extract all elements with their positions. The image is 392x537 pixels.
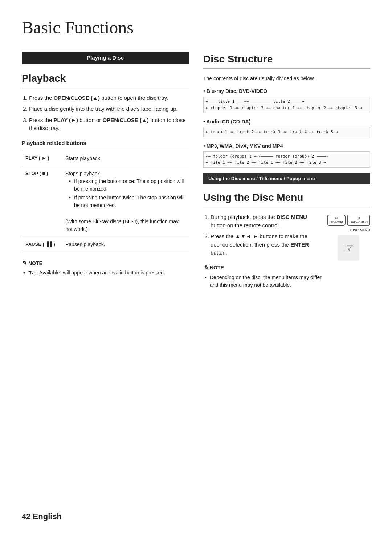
- table-row-stop: STOP ( ■ ) Stops playback. If pressing t…: [22, 166, 189, 237]
- page-language-label: English: [33, 512, 62, 521]
- table-row-pause: PAUSE ( ▐▐ ) Pauses playback.: [22, 237, 189, 252]
- note-item-1: "Not Available" will appear when an inva…: [22, 269, 189, 277]
- table-row-play: PLAY ( ► ) Starts playback.: [22, 151, 189, 166]
- playback-title: Playback: [22, 71, 189, 88]
- bluray-diagram: ←——— title 1 ———→←————————— title 2 ————…: [203, 97, 370, 113]
- dvd-video-label: DVD-VIDEO: [350, 220, 368, 224]
- disc-type-audiocd: Audio CD (CD-DA) ← track 1 →← track 2 →←…: [203, 118, 370, 137]
- disc-menu-title: Using the Disc Menu: [203, 190, 370, 207]
- step-1: Press the OPEN/CLOSE (▲) button to open …: [29, 94, 189, 102]
- disc-type-bluray-label: Blu-ray Disc, DVD-VIDEO: [203, 88, 370, 95]
- disc-type-mp3-label: MP3, WMA, DivX, MKV and MP4: [203, 142, 370, 150]
- disc-type-bluray: Blu-ray Disc, DVD-VIDEO ←——— title 1 ———…: [203, 88, 370, 113]
- note-title: ✎ NOTE: [22, 259, 189, 268]
- stop-value: Stops playback. If pressing the button o…: [62, 166, 189, 237]
- stop-note-3: (With some Blu-ray discs (BD-J), this fu…: [65, 219, 179, 232]
- hand-icon: ☞: [343, 238, 354, 258]
- right-column: Disc Structure The contents of disc are …: [203, 52, 370, 289]
- dvd-video-badge: ⊕ DVD-VIDEO: [347, 215, 370, 226]
- playing-disc-header: Playing a Disc: [22, 52, 189, 64]
- bluray-row-1: ←——— title 1 ———→←————————— title 2 ————…: [206, 98, 368, 105]
- disc-menu-steps: During playback, press the DISC MENU but…: [203, 213, 322, 257]
- page-number-value: 42: [22, 512, 30, 521]
- dvd-video-plus: ⊕: [350, 216, 368, 220]
- bd-rom-plus: ⊕: [330, 216, 343, 220]
- page-number: 42 English: [22, 510, 62, 522]
- pause-key: PAUSE ( ▐▐ ): [22, 237, 62, 252]
- disc-menu-icons: ⊕ BD-ROM ⊕ DVD-VIDEO DISC MENU ☞: [327, 215, 370, 260]
- play-key: PLAY ( ► ): [22, 151, 62, 166]
- disc-type-audiocd-label: Audio CD (CD-DA): [203, 118, 370, 126]
- disc-menu-header-bar: Using the Disc menu / Title menu / Popup…: [203, 173, 370, 184]
- disc-type-mp3: MP3, WMA, DivX, MKV and MP4 ←— folder (g…: [203, 142, 370, 168]
- stop-note-2: If pressing the button twice: The stop p…: [69, 194, 185, 209]
- disc-menu-note-icon: ✎: [203, 264, 208, 272]
- note-icon: ✎: [22, 259, 26, 268]
- step-2: Place a disc gently into the tray with t…: [29, 105, 189, 113]
- play-value: Starts playback.: [62, 151, 189, 166]
- disc-menu-img-label: DISC MENU: [327, 228, 370, 233]
- bd-rom-badge: ⊕ BD-ROM: [327, 215, 346, 226]
- disc-menu-content: During playback, press the DISC MENU but…: [203, 213, 370, 289]
- disc-menu-note-item-1: Depending on the disc, the menu items ma…: [203, 274, 322, 289]
- stop-key: STOP ( ■ ): [22, 166, 62, 237]
- disc-menu-label-area: DISC MENU: [327, 228, 370, 233]
- audiocd-row-1: ← track 1 →← track 2 →← track 3 →← track…: [206, 129, 368, 135]
- disc-menu-note-label: NOTE: [210, 264, 224, 272]
- disc-menu-note: ✎ NOTE Depending on the disc, the menu i…: [203, 264, 322, 289]
- disc-menu-step-1: During playback, press the DISC MENU but…: [211, 213, 322, 229]
- step-3: Press the PLAY (►) button or OPEN/CLOSE …: [29, 116, 189, 133]
- note-label: NOTE: [28, 260, 42, 267]
- disc-menu-step-2: Press the ▲▼◄ ► buttons to make the desi…: [211, 232, 322, 257]
- disc-menu-text: During playback, press the DISC MENU but…: [203, 213, 322, 289]
- playback-related-buttons-title: Playback related buttons: [22, 139, 189, 147]
- page-title: Basic Functions: [22, 15, 370, 41]
- mp3-row-2: ← file 1 →← file 2 →← file 1 →← file 2 →…: [206, 159, 368, 166]
- bluray-row-2: ← chapter 1 →← chapter 2 →← chapter 1 →←…: [206, 105, 368, 111]
- mp3-diagram: ←— folder (group) 1 —→←————— folder (gro…: [203, 151, 370, 168]
- playback-table: PLAY ( ► ) Starts playback. STOP ( ■ ) S…: [22, 151, 189, 252]
- bd-rom-label: BD-ROM: [330, 220, 343, 224]
- note-section: ✎ NOTE "Not Available" will appear when …: [22, 259, 189, 277]
- stop-note-1: If pressing the button once: The stop po…: [69, 178, 185, 193]
- mp3-row-1: ←— folder (group) 1 —→←————— folder (gro…: [206, 153, 368, 160]
- disc-intro: The contents of disc are usually divided…: [203, 75, 370, 82]
- audiocd-diagram: ← track 1 →← track 2 →← track 3 →← track…: [203, 127, 370, 137]
- pause-value: Pauses playback.: [62, 237, 189, 252]
- disc-badges: ⊕ BD-ROM ⊕ DVD-VIDEO: [327, 215, 370, 226]
- left-column: Playing a Disc Playback Press the OPEN/C…: [22, 52, 189, 277]
- disc-menu-note-title: ✎ NOTE: [203, 264, 322, 272]
- disc-structure-title: Disc Structure: [203, 52, 370, 69]
- remote-hand-image: ☞: [338, 235, 359, 261]
- playback-steps: Press the OPEN/CLOSE (▲) button to open …: [22, 94, 189, 133]
